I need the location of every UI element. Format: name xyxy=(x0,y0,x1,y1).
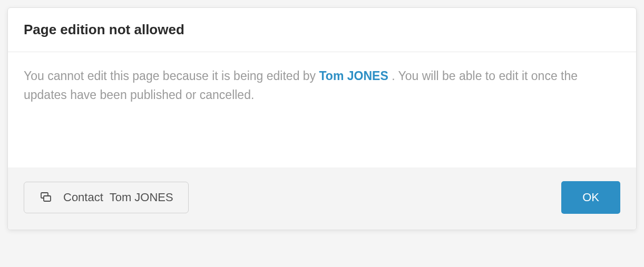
dialog-message-before: You cannot edit this page because it is … xyxy=(24,69,319,83)
chat-icon xyxy=(39,191,53,204)
svg-rect-1 xyxy=(44,196,51,201)
dialog-footer: Contact Tom JONES OK xyxy=(8,167,636,230)
page-edition-not-allowed-dialog: Page edition not allowed You cannot edit… xyxy=(7,7,637,230)
dialog-body: You cannot edit this page because it is … xyxy=(8,52,636,167)
dialog-message-user: Tom JONES xyxy=(319,69,388,83)
dialog-header: Page edition not allowed xyxy=(8,8,636,52)
dialog-message: You cannot edit this page because it is … xyxy=(24,67,620,104)
contact-user-name: Tom JONES xyxy=(110,191,173,204)
dialog-title: Page edition not allowed xyxy=(24,22,620,38)
ok-button[interactable]: OK xyxy=(561,181,620,214)
contact-user-button[interactable]: Contact Tom JONES xyxy=(24,182,189,213)
contact-label-text: Contact xyxy=(63,191,103,204)
contact-label: Contact Tom JONES xyxy=(63,191,173,204)
